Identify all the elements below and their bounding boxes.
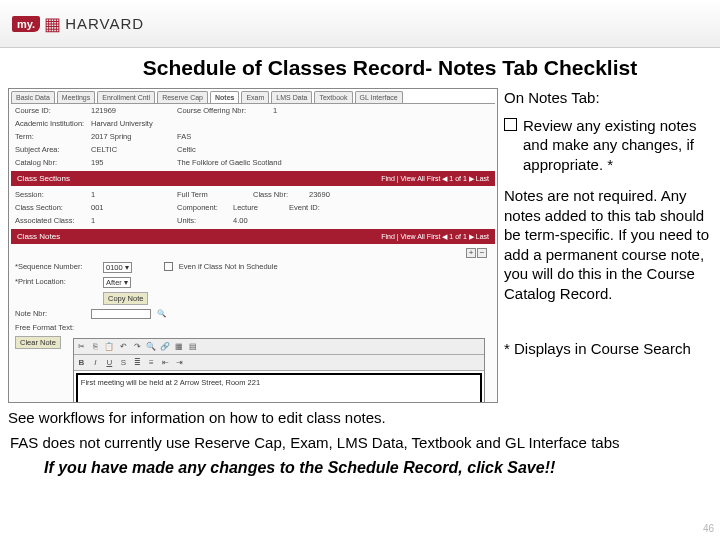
plus-icon: + — [466, 248, 476, 258]
outdent-icon: ⇤ — [160, 357, 171, 368]
checklist-item-1: Review any existing notes and make any c… — [504, 116, 712, 175]
val-classnbr: 23690 — [309, 190, 330, 199]
paste-icon: 📋 — [104, 341, 115, 352]
displays-footnote: * Displays in Course Search — [504, 339, 712, 359]
image-icon: ▦ — [174, 341, 185, 352]
strike-icon: S — [118, 357, 129, 368]
rich-text-editor[interactable]: ✂⎘📋↶↷🔍🔗▦▤ BIUS≣≡⇤⇥ First meeting will be… — [73, 338, 485, 403]
logo-text: HARVARD — [65, 15, 144, 32]
lbl-classnbr: Class Nbr: — [253, 190, 303, 199]
tab-strip: Basic Data Meetings Enrollment Cntl Rese… — [9, 89, 497, 103]
print-select[interactable]: After ▾ — [103, 277, 131, 288]
app-screenshot: Basic Data Meetings Enrollment Cntl Rese… — [8, 88, 498, 403]
lbl-print: *Print Location: — [15, 277, 97, 288]
class-sections-nav[interactable]: Find | View All First ◀ 1 of 1 ▶ Last — [381, 175, 489, 183]
lbl-offering-nbr: Course Offering Nbr: — [177, 106, 267, 115]
shield-icon: ▦ — [44, 13, 61, 35]
minus-icon: − — [477, 248, 487, 258]
italic-icon: I — [90, 357, 101, 368]
clear-note-button[interactable]: Clear Note — [15, 336, 61, 349]
notes-heading: On Notes Tab: — [504, 88, 712, 108]
copy-note-button[interactable]: Copy Note — [103, 292, 148, 305]
val-catalog-title: The Folklore of Gaelic Scotland — [177, 158, 282, 167]
tab-exam[interactable]: Exam — [241, 91, 269, 103]
undo-icon: ↶ — [118, 341, 129, 352]
app-header: my. ▦ HARVARD — [0, 0, 720, 48]
tab-meetings[interactable]: Meetings — [57, 91, 95, 103]
lbl-catalog: Catalog Nbr: — [15, 158, 85, 167]
logo-my-badge: my. — [12, 16, 40, 32]
val-institution: Harvard University — [91, 119, 153, 128]
lbl-eventid: Event ID: — [289, 203, 320, 212]
lbl-section: Class Section: — [15, 203, 85, 212]
val-session: 1 — [91, 190, 171, 199]
checklist-text-1: Review any existing notes and make any c… — [523, 116, 712, 175]
list-ol-icon: ≡ — [146, 357, 157, 368]
page-number: 46 — [703, 523, 714, 534]
class-sections-title: Class Sections — [17, 174, 70, 183]
lbl-institution: Academic Institution: — [15, 119, 85, 128]
lbl-session: Session: — [15, 190, 85, 199]
lbl-units: Units: — [177, 216, 227, 225]
class-notes-title: Class Notes — [17, 232, 60, 241]
underline-icon: U — [104, 357, 115, 368]
find-icon: 🔍 — [146, 341, 157, 352]
val-catalog: 195 — [91, 158, 171, 167]
val-term: 2017 Spring — [91, 132, 171, 141]
lbl-notenbr: Note Nbr: — [15, 309, 85, 319]
val-subject2: Celtic — [177, 145, 196, 154]
caption-workflows: See workflows for information on how to … — [8, 409, 498, 428]
editor-toolbar-2[interactable]: BIUS≣≡⇤⇥ — [74, 355, 484, 371]
editor-body[interactable]: First meeting will be held at 2 Arrow St… — [76, 373, 482, 403]
val-term-school: FAS — [177, 132, 191, 141]
page-title: Schedule of Classes Record- Notes Tab Ch… — [60, 56, 720, 80]
class-notes-bar: Class Notes Find | View All First ◀ 1 of… — [11, 229, 495, 244]
notes-paragraph: Notes are not required. Any notes added … — [504, 186, 712, 303]
val-units: 4.00 — [233, 216, 248, 225]
tab-basic-data[interactable]: Basic Data — [11, 91, 55, 103]
editor-toolbar[interactable]: ✂⎘📋↶↷🔍🔗▦▤ — [74, 339, 484, 355]
footer-note-1: FAS does not currently use Reserve Cap, … — [0, 428, 720, 453]
cut-icon: ✂ — [76, 341, 87, 352]
class-notes-nav[interactable]: Find | View All First ◀ 1 of 1 ▶ Last — [381, 233, 489, 241]
redo-icon: ↷ — [132, 341, 143, 352]
copy-icon: ⎘ — [90, 341, 101, 352]
tab-textbook[interactable]: Textbook — [314, 91, 352, 103]
lbl-course-id: Course ID: — [15, 106, 85, 115]
val-subject: CELTIC — [91, 145, 171, 154]
lbl-component: Component: — [177, 203, 227, 212]
seq-select[interactable]: 0100 ▾ — [103, 262, 132, 273]
lbl-assoc: Associated Class: — [15, 216, 85, 225]
checkbox-icon — [504, 118, 517, 131]
list-ul-icon: ≣ — [132, 357, 143, 368]
tab-lms[interactable]: LMS Data — [271, 91, 312, 103]
tab-enrollment[interactable]: Enrollment Cntl — [97, 91, 155, 103]
even-if-label: Even if Class Not in Schedule — [179, 262, 278, 273]
val-assoc: 1 — [91, 216, 171, 225]
tab-gl[interactable]: GL Interface — [355, 91, 403, 103]
val-course-id: 121969 — [91, 106, 171, 115]
even-if-checkbox[interactable] — [164, 262, 173, 271]
indent-icon: ⇥ — [174, 357, 185, 368]
lookup-icon[interactable]: 🔍 — [157, 309, 166, 319]
lbl-term: Term: — [15, 132, 85, 141]
bold-icon: B — [76, 357, 87, 368]
val-component: Lecture — [233, 203, 283, 212]
class-sections-bar: Class Sections Find | View All First ◀ 1… — [11, 171, 495, 186]
lbl-free: Free Format Text: — [15, 323, 85, 332]
val-session-term: Full Term — [177, 190, 247, 199]
val-offering-nbr: 1 — [273, 106, 277, 115]
table-icon: ▤ — [188, 341, 199, 352]
logo: my. ▦ HARVARD — [12, 13, 144, 35]
val-section: 001 — [91, 203, 171, 212]
link-icon: 🔗 — [160, 341, 171, 352]
notenbr-input[interactable] — [91, 309, 151, 319]
footer-note-2: If you have made any changes to the Sche… — [0, 453, 720, 477]
lbl-subject: Subject Area: — [15, 145, 85, 154]
lbl-seq: *Sequence Number: — [15, 262, 97, 273]
tab-notes[interactable]: Notes — [210, 91, 239, 103]
tab-reserve-cap[interactable]: Reserve Cap — [157, 91, 208, 103]
add-remove-row[interactable]: +− — [466, 248, 487, 258]
